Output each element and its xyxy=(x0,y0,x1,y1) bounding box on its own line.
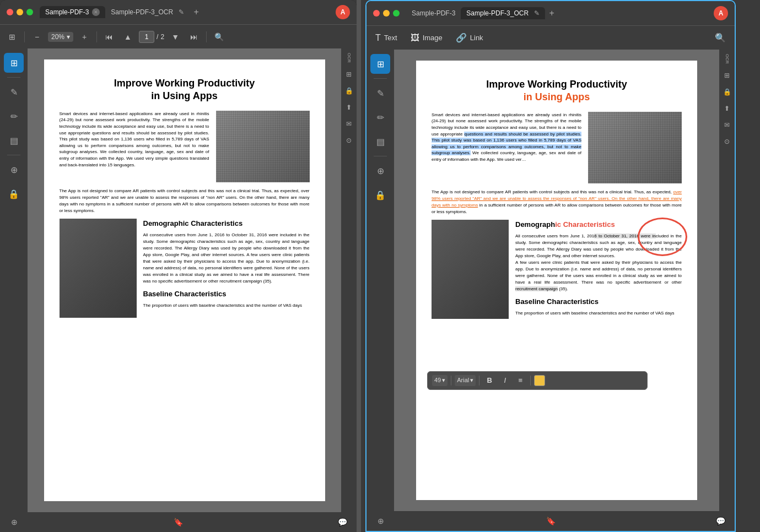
text-tool[interactable]: T Text xyxy=(375,33,397,43)
right-tab-ocr[interactable]: Sample-PDF-3_OCR ✎ xyxy=(461,7,545,19)
thumbnail-view-button[interactable]: ⊞ xyxy=(4,29,20,45)
right-rs-btn4[interactable]: ✉ xyxy=(721,119,733,131)
rs-btn2[interactable]: 🔒 xyxy=(343,85,355,97)
thumbnail-sidebar-button[interactable]: ⊞ xyxy=(4,53,24,73)
new-tab-button[interactable]: + xyxy=(190,6,203,19)
font-family-arrow: ▾ xyxy=(470,376,473,384)
font-family-value: Arial xyxy=(457,376,469,384)
secure-sidebar-button[interactable]: 🔒 xyxy=(4,184,24,204)
left-titlebar: Sample-PDF-3 ✕ Sample-PDF-3_OCR ✎ + A xyxy=(0,0,357,24)
right-section1-title: Demographic Characteristics xyxy=(515,220,682,230)
left-pdf-page: Improve Working Productivity in Using Ap… xyxy=(44,59,325,501)
rs-btn3[interactable]: ⬆ xyxy=(343,101,355,113)
right-section1-title-circle-area: ic Characteristics xyxy=(555,220,615,229)
fmt-sep1 xyxy=(451,376,451,386)
right-thumbnail-button[interactable]: ⊞ xyxy=(370,54,390,74)
separator xyxy=(374,78,387,79)
search-button[interactable]: 🔍 xyxy=(211,29,227,45)
right-pdf-viewport[interactable]: Improve Working Productivity in Using Ap… xyxy=(394,50,719,511)
zoom-arrow: ▾ xyxy=(67,33,70,41)
right-new-tab-button[interactable]: + xyxy=(545,7,558,20)
image-tool[interactable]: 🖼 Image xyxy=(411,33,443,43)
align-button[interactable]: ≡ xyxy=(514,374,527,387)
pdf-title: Improve Working Productivity in Using Ap… xyxy=(60,77,310,103)
right-rs-btn2[interactable]: 🔒 xyxy=(721,86,733,98)
right-comment-button[interactable]: 💬 xyxy=(713,513,728,529)
right-edit-button[interactable]: ✏ xyxy=(370,107,390,127)
bookmark-button[interactable]: 🔖 xyxy=(171,514,186,530)
tab-sample-pdf-3[interactable]: Sample-PDF-3 ✕ xyxy=(40,6,105,18)
bold-button[interactable]: B xyxy=(483,374,496,387)
right-section2-text: The proportion of users with baseline ch… xyxy=(515,310,682,317)
tab-label: Sample-PDF-3_OCR xyxy=(111,8,173,16)
right-close-button[interactable] xyxy=(373,10,380,17)
section1-title: Demographic Characteristics xyxy=(143,219,310,229)
right-rs-btn1[interactable]: ⊞ xyxy=(721,69,733,82)
left-right-sidebar: OCR ⊞ 🔒 ⬆ ✉ ⊙ xyxy=(341,48,357,512)
link-tool[interactable]: 🔗 Link xyxy=(456,32,483,43)
zoom-dropdown[interactable]: 20% ▾ xyxy=(48,32,73,42)
ocr-badge[interactable]: OCR xyxy=(343,52,355,64)
page-input[interactable] xyxy=(139,31,154,43)
tab-close-button[interactable]: ✕ xyxy=(92,8,100,16)
right-maximize-button[interactable] xyxy=(393,10,400,17)
zoom-in-button[interactable]: + xyxy=(77,29,92,45)
left-pdf-viewport[interactable]: Improve Working Productivity in Using Ap… xyxy=(28,48,341,512)
first-section-image xyxy=(216,111,310,182)
font-size-dropdown[interactable]: 49 ▾ xyxy=(432,375,448,386)
right-copy-button[interactable]: ⊕ xyxy=(370,161,390,181)
pages-sidebar-button[interactable]: ▤ xyxy=(4,131,24,150)
right-layers-button[interactable]: ⊕ xyxy=(373,513,389,529)
right-bottom-bar: ⊕ 🔖 💬 xyxy=(366,511,735,531)
first-section-text: Smart devices and internet-based applica… xyxy=(60,111,209,182)
rs-btn4[interactable]: ✉ xyxy=(343,118,355,130)
color-swatch-button[interactable] xyxy=(534,375,545,386)
next-page-button[interactable]: ▼ xyxy=(168,29,183,45)
close-button[interactable] xyxy=(7,9,13,15)
right-annotate-button[interactable]: ✎ xyxy=(370,83,390,103)
right-ocr-label: OCR xyxy=(725,54,730,64)
right-office-image xyxy=(588,112,682,183)
right-bookmark-button[interactable]: 🔖 xyxy=(543,513,558,529)
separator xyxy=(24,31,25,42)
italic-button[interactable]: I xyxy=(498,374,511,387)
annotate-sidebar-button[interactable]: ✎ xyxy=(4,82,24,102)
right-user-avatar[interactable]: A xyxy=(714,6,728,20)
user-avatar[interactable]: A xyxy=(336,5,350,19)
copy-sidebar-button[interactable]: ⊕ xyxy=(4,160,24,180)
right-bottom-section: Demographic Characteristics All consecut… xyxy=(432,220,682,321)
section1-text: All consecutive users from June 1, 2016 … xyxy=(143,232,310,285)
bottom-section: Demographic Characteristics All consecut… xyxy=(60,219,310,318)
right-rs-btn3[interactable]: ⬆ xyxy=(721,102,733,115)
right-bottom-image xyxy=(432,220,509,319)
search-icon: 🔍 xyxy=(715,33,726,42)
rs-btn5[interactable]: ⊙ xyxy=(343,134,355,146)
left-toolbar: ⊞ − 20% ▾ + ⏮ ▲ / 2 ▼ ⏭ 🔍 xyxy=(0,24,357,48)
prev-page-button[interactable]: ▲ xyxy=(120,29,136,45)
first-page-button[interactable]: ⏮ xyxy=(101,29,117,45)
minimize-button[interactable] xyxy=(17,9,23,15)
right-tab-pdf[interactable]: Sample-PDF-3 xyxy=(406,7,461,19)
last-page-button[interactable]: ⏭ xyxy=(186,29,202,45)
zoom-out-button[interactable]: − xyxy=(29,29,45,45)
right-ocr-badge[interactable]: OCR xyxy=(721,53,733,65)
right-pages-button[interactable]: ▤ xyxy=(370,132,390,151)
font-family-dropdown[interactable]: Arial ▾ xyxy=(455,375,476,386)
left-bottom-bar: ⊕ 🔖 💬 xyxy=(0,512,357,532)
tab-edit-icon: ✎ xyxy=(179,8,184,16)
right-secure-button[interactable]: 🔒 xyxy=(370,185,390,205)
layers-button[interactable]: ⊕ xyxy=(7,514,22,530)
right-rs-btn5[interactable]: ⊙ xyxy=(721,135,733,148)
title-line2: in Using Apps xyxy=(60,90,310,102)
tab-sample-pdf-3-ocr[interactable]: Sample-PDF-3_OCR ✎ xyxy=(105,6,190,18)
right-search-button[interactable]: 🔍 xyxy=(715,32,726,43)
rs-btn1[interactable]: ⊞ xyxy=(343,68,355,80)
window-divider xyxy=(357,0,361,532)
tab-label: Sample-PDF-3 xyxy=(412,9,455,17)
right-minimize-button[interactable] xyxy=(383,10,390,17)
maximize-button[interactable] xyxy=(26,9,33,15)
separator xyxy=(7,155,20,155)
right-first-section-text: Smart devices and internet-based applica… xyxy=(432,112,581,183)
edit-sidebar-button[interactable]: ✏ xyxy=(4,106,24,126)
comment-button[interactable]: 💬 xyxy=(335,514,350,530)
